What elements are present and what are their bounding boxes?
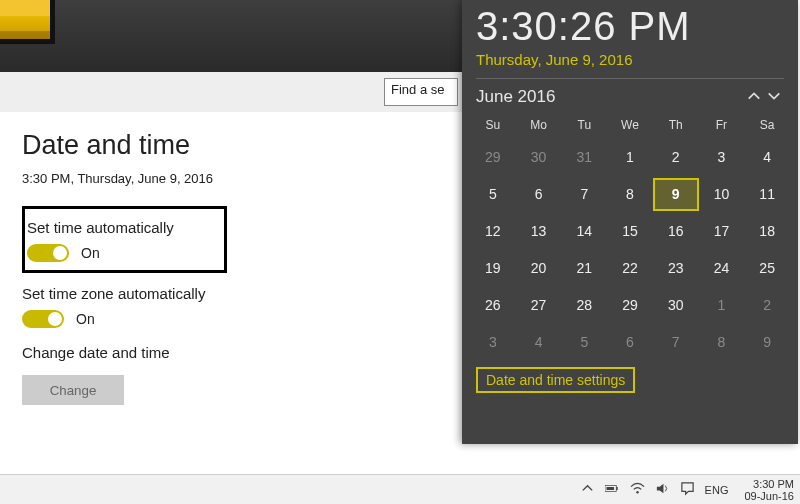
svg-rect-2 bbox=[606, 487, 614, 490]
calendar-month-label[interactable]: June 2016 bbox=[476, 87, 744, 107]
calendar-day[interactable]: 25 bbox=[744, 252, 790, 285]
calendar-day[interactable]: 1 bbox=[699, 289, 745, 322]
calendar-day[interactable]: 29 bbox=[470, 141, 516, 174]
calendar-day[interactable]: 6 bbox=[607, 326, 653, 359]
calendar-day[interactable]: 14 bbox=[561, 215, 607, 248]
calendar-day[interactable]: 11 bbox=[744, 178, 790, 211]
settings-search-bar: Find a se bbox=[0, 72, 462, 112]
search-input[interactable]: Find a se bbox=[384, 78, 458, 106]
wifi-icon[interactable] bbox=[630, 481, 645, 498]
settings-content: Date and time 3:30 PM, Thursday, June 9,… bbox=[22, 130, 452, 405]
next-month-button[interactable] bbox=[764, 86, 784, 106]
hero-image-fragment bbox=[0, 0, 55, 44]
calendar-day[interactable]: 3 bbox=[470, 326, 516, 359]
calendar-day-today[interactable]: 9 bbox=[653, 178, 699, 211]
calendar-day[interactable]: 27 bbox=[516, 289, 562, 322]
tray-overflow-icon[interactable] bbox=[580, 481, 595, 498]
highlight-set-time-auto: Set time automatically On bbox=[22, 206, 227, 273]
page-title: Date and time bbox=[22, 130, 452, 161]
calendar-dow-header: Mo bbox=[516, 113, 562, 137]
calendar-day[interactable]: 26 bbox=[470, 289, 516, 322]
calendar-dow-header: Su bbox=[470, 113, 516, 137]
calendar-day[interactable]: 1 bbox=[607, 141, 653, 174]
calendar-day[interactable]: 18 bbox=[744, 215, 790, 248]
calendar-day[interactable]: 8 bbox=[699, 326, 745, 359]
change-dt-label: Change date and time bbox=[22, 344, 452, 361]
prev-month-button[interactable] bbox=[744, 86, 764, 106]
svg-point-3 bbox=[636, 491, 638, 493]
calendar-day[interactable]: 4 bbox=[516, 326, 562, 359]
calendar-day[interactable]: 24 bbox=[699, 252, 745, 285]
change-button[interactable]: Change bbox=[22, 375, 124, 405]
battery-icon[interactable] bbox=[605, 481, 620, 498]
chevron-down-icon bbox=[767, 89, 781, 103]
calendar-dow-header: Sa bbox=[744, 113, 790, 137]
calendar-day[interactable]: 9 bbox=[744, 326, 790, 359]
calendar-day[interactable]: 2 bbox=[653, 141, 699, 174]
action-center-icon[interactable] bbox=[680, 481, 695, 498]
current-datetime-label: 3:30 PM, Thursday, June 9, 2016 bbox=[22, 171, 452, 186]
calendar-day[interactable]: 22 bbox=[607, 252, 653, 285]
flyout-clock-date: Thursday, June 9, 2016 bbox=[462, 51, 798, 68]
calendar-day[interactable]: 10 bbox=[699, 178, 745, 211]
calendar-day[interactable]: 4 bbox=[744, 141, 790, 174]
flyout-divider bbox=[476, 78, 784, 79]
chevron-up-icon bbox=[747, 89, 761, 103]
taskbar-clock-date: 09-Jun-16 bbox=[744, 490, 794, 502]
calendar-dow-header: We bbox=[607, 113, 653, 137]
set-tz-auto-state: On bbox=[76, 311, 95, 327]
set-time-auto-label: Set time automatically bbox=[27, 219, 216, 236]
taskbar: ENG 3:30 PM 09-Jun-16 bbox=[0, 474, 800, 504]
chevron-up-icon bbox=[580, 481, 595, 496]
set-tz-auto-label: Set time zone automatically bbox=[22, 285, 452, 302]
set-time-auto-state: On bbox=[81, 245, 100, 261]
set-time-auto-toggle[interactable] bbox=[27, 244, 69, 262]
calendar-grid: SuMoTuWeThFrSa29303112345678910111213141… bbox=[462, 107, 798, 359]
calendar-day[interactable]: 8 bbox=[607, 178, 653, 211]
calendar-day[interactable]: 7 bbox=[561, 178, 607, 211]
calendar-day[interactable]: 3 bbox=[699, 141, 745, 174]
calendar-day[interactable]: 23 bbox=[653, 252, 699, 285]
calendar-day[interactable]: 13 bbox=[516, 215, 562, 248]
calendar-day[interactable]: 6 bbox=[516, 178, 562, 211]
volume-icon[interactable] bbox=[655, 481, 670, 498]
calendar-day[interactable]: 16 bbox=[653, 215, 699, 248]
clock-calendar-flyout: 3:30:26 PM Thursday, June 9, 2016 June 2… bbox=[462, 0, 798, 444]
set-tz-auto-toggle[interactable] bbox=[22, 310, 64, 328]
calendar-dow-header: Th bbox=[653, 113, 699, 137]
calendar-day[interactable]: 17 bbox=[699, 215, 745, 248]
calendar-day[interactable]: 29 bbox=[607, 289, 653, 322]
svg-rect-1 bbox=[616, 487, 618, 490]
calendar-day[interactable]: 21 bbox=[561, 252, 607, 285]
calendar-day[interactable]: 7 bbox=[653, 326, 699, 359]
calendar-day[interactable]: 15 bbox=[607, 215, 653, 248]
flyout-clock-time: 3:30:26 PM bbox=[462, 4, 798, 49]
calendar-day[interactable]: 28 bbox=[561, 289, 607, 322]
calendar-day[interactable]: 19 bbox=[470, 252, 516, 285]
date-time-settings-link[interactable]: Date and time settings bbox=[476, 367, 635, 393]
taskbar-clock-time: 3:30 PM bbox=[753, 478, 794, 490]
calendar-day[interactable]: 31 bbox=[561, 141, 607, 174]
calendar-day[interactable]: 12 bbox=[470, 215, 516, 248]
system-tray: ENG 3:30 PM 09-Jun-16 bbox=[580, 478, 794, 502]
settings-header-hero bbox=[0, 0, 462, 72]
calendar-day[interactable]: 5 bbox=[470, 178, 516, 211]
calendar-day[interactable]: 2 bbox=[744, 289, 790, 322]
taskbar-clock[interactable]: 3:30 PM 09-Jun-16 bbox=[744, 478, 794, 502]
calendar-dow-header: Fr bbox=[699, 113, 745, 137]
calendar-day[interactable]: 30 bbox=[516, 141, 562, 174]
calendar-day[interactable]: 30 bbox=[653, 289, 699, 322]
language-indicator[interactable]: ENG bbox=[705, 484, 729, 496]
calendar-day[interactable]: 20 bbox=[516, 252, 562, 285]
calendar-dow-header: Tu bbox=[561, 113, 607, 137]
calendar-day[interactable]: 5 bbox=[561, 326, 607, 359]
settings-pane: Find a se Date and time 3:30 PM, Thursda… bbox=[0, 0, 462, 474]
